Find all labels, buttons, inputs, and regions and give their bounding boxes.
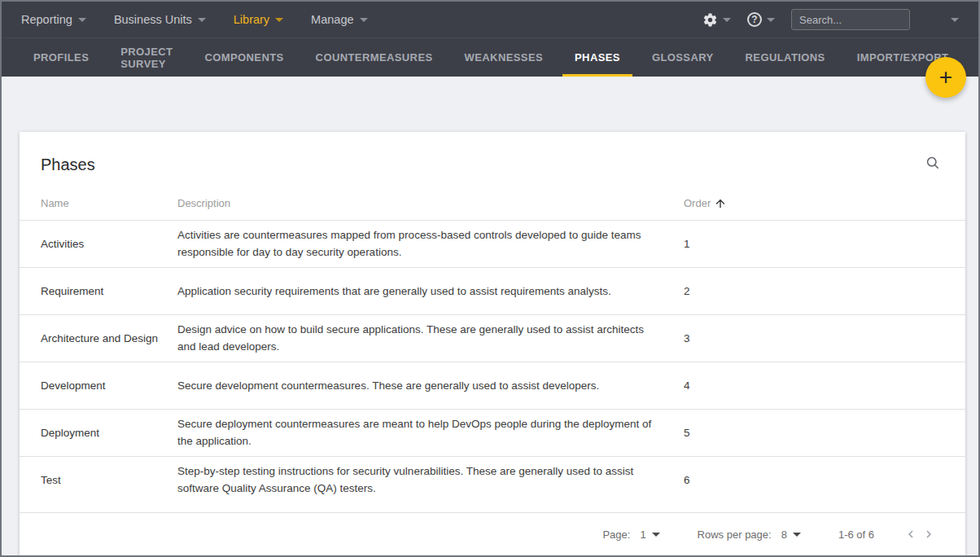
rows-per-page-group: Rows per page: 8 bbox=[698, 527, 804, 542]
menu-business-units-label: Business Units bbox=[114, 13, 192, 26]
main-menu: Reporting Business Units Library Manage bbox=[21, 13, 368, 26]
phase-name: Activities bbox=[20, 220, 177, 267]
chevron-down-icon bbox=[78, 18, 86, 22]
phase-description: Application security requirements that a… bbox=[177, 267, 684, 314]
chevron-down-icon bbox=[198, 18, 206, 22]
chevron-down-icon bbox=[793, 533, 801, 537]
phase-name: Architecture and Design bbox=[20, 314, 177, 362]
phase-order: 3 bbox=[684, 314, 965, 362]
column-header-name[interactable]: Name bbox=[20, 182, 177, 220]
menu-reporting[interactable]: Reporting bbox=[21, 13, 86, 26]
page-select[interactable]: 1 bbox=[637, 527, 663, 542]
tab-phases[interactable]: PHASES bbox=[562, 38, 632, 77]
library-tabbar: PROFILES PROJECT SURVEY COMPONENTS COUNT… bbox=[2, 37, 978, 77]
top-navbar: Reporting Business Units Library Manage … bbox=[2, 2, 978, 37]
page-selector-group: Page: 1 bbox=[602, 527, 663, 542]
phases-card: Phases Name Description Order bbox=[20, 132, 965, 555]
tab-weaknesses[interactable]: WEAKNESSES bbox=[453, 38, 555, 77]
help-menu[interactable]: ? bbox=[747, 12, 775, 27]
chevron-down-icon bbox=[360, 18, 368, 22]
page-value: 1 bbox=[640, 528, 645, 541]
search-icon bbox=[925, 155, 941, 171]
menu-manage-label: Manage bbox=[311, 13, 353, 26]
phase-name: Development bbox=[20, 362, 177, 409]
help-icon: ? bbox=[747, 12, 762, 27]
user-menu-chevron-down-icon[interactable] bbox=[951, 18, 959, 22]
page-label: Page: bbox=[602, 528, 630, 541]
rows-per-page-label: Rows per page: bbox=[698, 528, 772, 541]
column-header-description[interactable]: Description bbox=[177, 182, 684, 220]
table-pagination: Page: 1 Rows per page: 8 1-6 of 6 bbox=[20, 512, 965, 555]
menu-reporting-label: Reporting bbox=[21, 13, 72, 26]
navbar-right-controls: ? bbox=[702, 9, 964, 30]
rows-per-page-select[interactable]: 8 bbox=[778, 527, 804, 542]
menu-business-units[interactable]: Business Units bbox=[114, 13, 206, 26]
card-header: Phases bbox=[20, 132, 965, 182]
phase-description: Secure development countermeasures. Thes… bbox=[177, 362, 684, 409]
app-window: { "navbar": { "menus": [ { "label": "Rep… bbox=[0, 0, 980, 557]
next-page-button[interactable] bbox=[920, 525, 938, 543]
menu-library[interactable]: Library bbox=[234, 13, 283, 26]
table-row[interactable]: Activities Activities are countermeasure… bbox=[20, 220, 965, 267]
chevron-left-icon bbox=[903, 527, 918, 542]
table-row[interactable]: Test Step-by-step testing instructions f… bbox=[20, 456, 965, 503]
phase-order: 1 bbox=[684, 220, 965, 267]
tab-components[interactable]: COMPONENTS bbox=[192, 38, 295, 77]
previous-page-button[interactable] bbox=[902, 525, 920, 543]
global-search-input[interactable] bbox=[791, 9, 910, 30]
tab-profiles[interactable]: PROFILES bbox=[21, 38, 101, 77]
column-header-order[interactable]: Order bbox=[684, 182, 965, 220]
table-row[interactable]: Deployment Secure deployment countermeas… bbox=[20, 409, 965, 456]
tab-regulations[interactable]: REGULATIONS bbox=[733, 38, 838, 77]
phase-name: Test bbox=[20, 456, 177, 503]
table-row[interactable]: Architecture and Design Design advice on… bbox=[20, 314, 965, 362]
settings-menu[interactable] bbox=[702, 12, 731, 28]
table-row[interactable]: Development Secure development counterme… bbox=[20, 362, 965, 409]
chevron-down-icon bbox=[275, 18, 283, 22]
plus-icon: + bbox=[939, 66, 952, 89]
chevron-right-icon bbox=[921, 527, 936, 542]
chevron-down-icon bbox=[723, 18, 731, 22]
phase-name: Deployment bbox=[20, 409, 177, 456]
phase-name: Requirement bbox=[20, 267, 177, 314]
table-search-button[interactable] bbox=[921, 151, 944, 178]
pagination-range: 1-6 of 6 bbox=[838, 528, 874, 541]
tab-glossary[interactable]: GLOSSARY bbox=[640, 38, 726, 77]
phase-order: 2 bbox=[684, 267, 965, 314]
tab-countermeasures[interactable]: COUNTERMEASURES bbox=[304, 38, 445, 77]
sort-ascending-icon bbox=[714, 197, 727, 210]
phase-description: Design advice on how to build secure app… bbox=[177, 314, 684, 362]
column-header-order-label: Order bbox=[684, 197, 711, 209]
chevron-down-icon bbox=[652, 533, 660, 537]
add-phase-fab[interactable]: + bbox=[925, 57, 966, 98]
rows-per-page-value: 8 bbox=[781, 528, 787, 541]
phase-description: Secure deployment countermeasures are me… bbox=[177, 409, 684, 456]
table-header-row: Name Description Order bbox=[20, 182, 965, 220]
phase-description: Step-by-step testing instructions for se… bbox=[177, 456, 684, 503]
phase-description: Activities are countermeasures mapped fr… bbox=[177, 220, 684, 267]
tab-project-survey[interactable]: PROJECT SURVEY bbox=[108, 38, 185, 77]
phase-order: 4 bbox=[684, 362, 965, 409]
phases-table: Name Description Order Activities Activi… bbox=[20, 182, 965, 503]
table-row[interactable]: Requirement Application security require… bbox=[20, 267, 965, 314]
phase-order: 6 bbox=[684, 456, 965, 503]
menu-library-label: Library bbox=[234, 13, 269, 26]
menu-manage[interactable]: Manage bbox=[311, 13, 367, 26]
page-title: Phases bbox=[41, 156, 95, 174]
chevron-down-icon bbox=[767, 18, 775, 22]
phase-order: 5 bbox=[684, 409, 965, 456]
gear-icon bbox=[702, 12, 718, 28]
